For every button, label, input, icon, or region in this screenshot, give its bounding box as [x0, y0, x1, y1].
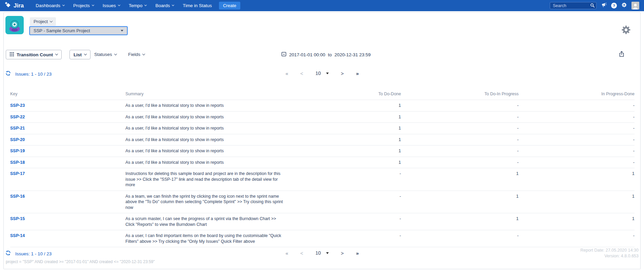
export-icon[interactable]	[619, 51, 624, 58]
issue-key-link[interactable]: SSP-21	[10, 125, 125, 131]
report-version: Version: 4.8.0.653	[580, 253, 639, 259]
nav-item-projects[interactable]: Projects	[69, 0, 98, 11]
project-scope-button[interactable]: Project	[30, 17, 56, 26]
select-arrow-icon	[326, 252, 329, 254]
col-header-key: Key	[10, 92, 125, 96]
grid-icon	[10, 52, 14, 57]
transition-count-value: -	[401, 125, 519, 131]
nav-item-boards[interactable]: Boards	[151, 0, 178, 11]
transition-count-value: 1	[286, 103, 401, 109]
first-page-button[interactable]: «	[285, 251, 288, 256]
help-icon[interactable]: ?	[611, 3, 617, 8]
settings-gear-icon[interactable]	[621, 25, 631, 36]
issue-key-link[interactable]: SSP-15	[10, 216, 125, 222]
project-avatar[interactable]	[5, 16, 24, 34]
transition-count-table: Key Summary To Do-Done To Do-In Progress…	[10, 91, 635, 247]
chevron-down-icon	[55, 53, 58, 55]
transition-count-value: -	[519, 137, 635, 143]
prev-page-button[interactable]: <	[300, 251, 303, 256]
transition-count-value: 1	[401, 216, 519, 222]
issue-key-link[interactable]: SSP-16	[10, 194, 125, 199]
issue-key-link[interactable]: SSP-23	[10, 103, 125, 109]
announcement-icon[interactable]	[601, 2, 607, 9]
transition-count-value: -	[286, 233, 401, 239]
table-row: SSP-20As a user, I'd like a historical s…	[10, 134, 635, 146]
page-size-select[interactable]: 10	[315, 71, 328, 76]
statuses-dropdown[interactable]: Statuses	[94, 52, 117, 57]
report-type-button[interactable]: Transition Count	[6, 50, 62, 59]
issue-summary: As a user, I'd like a historical story t…	[125, 114, 285, 120]
nav-item-time-in-status[interactable]: Time in Status	[178, 0, 216, 11]
table-header: Key Summary To Do-Done To Do-In Progress…	[10, 91, 635, 100]
nav-right-group: ?	[550, 2, 639, 9]
issue-summary: As a user, I'd like a historical story t…	[125, 137, 285, 143]
jira-mark-icon	[5, 2, 12, 10]
issue-summary: As a user, I'd like a historical story t…	[125, 103, 285, 109]
transition-count-value: -	[519, 125, 635, 131]
first-page-button[interactable]: «	[285, 71, 288, 76]
project-select[interactable]: SSP - Sample Scrum Project	[30, 27, 127, 35]
nav-item-tempo[interactable]: Tempo	[124, 0, 151, 11]
last-page-button[interactable]: »	[356, 71, 358, 76]
issue-key-link[interactable]: SSP-17	[10, 171, 125, 177]
issue-summary: As a user, I'd like a historical story t…	[125, 148, 285, 154]
fields-dropdown[interactable]: Fields	[128, 52, 145, 57]
date-from[interactable]: 2017-01-01 00:00	[289, 52, 325, 57]
transition-count-value: -	[519, 103, 635, 109]
chevron-down-icon	[142, 52, 145, 55]
page-size-select[interactable]: 10	[315, 250, 328, 256]
issue-key-link[interactable]: SSP-18	[10, 160, 125, 165]
chevron-down-icon	[172, 4, 174, 6]
transition-count-value: -	[401, 137, 519, 143]
transition-count-value: -	[401, 233, 519, 239]
issue-key-link[interactable]: SSP-22	[10, 114, 125, 120]
prev-page-button[interactable]: <	[300, 71, 303, 76]
date-to[interactable]: 2020-12-31 23:59	[335, 52, 371, 57]
transition-count-value: 1	[286, 125, 401, 131]
chevron-down-icon	[118, 4, 120, 6]
col-header-todo-inprogress: To Do-In Progress	[401, 92, 519, 96]
chevron-down-icon	[50, 19, 53, 22]
jira-logo[interactable]: Jira	[5, 2, 24, 10]
transition-count-value: 1	[286, 148, 401, 154]
next-page-button[interactable]: >	[341, 251, 344, 256]
table-row: SSP-17Instructions for deleting this sam…	[10, 168, 635, 191]
transition-count-value: -	[401, 148, 519, 154]
search-wrap	[550, 2, 597, 9]
nav-settings-icon[interactable]	[621, 2, 627, 9]
issue-summary: As a user, I can find important items on…	[125, 233, 285, 244]
transition-count-value: -	[286, 171, 401, 177]
table-row: SSP-23As a user, I'd like a historical s…	[10, 100, 635, 112]
issue-key-link[interactable]: SSP-20	[10, 137, 125, 143]
nav-item-dashboards[interactable]: Dashboards	[31, 0, 69, 11]
transition-count-value: -	[519, 160, 635, 165]
jql-query-text: project = "SSP" AND created >= "2017-01-…	[6, 259, 155, 264]
transition-count-value: 1	[401, 171, 519, 177]
table-row: SSP-19As a user, I'd like a historical s…	[10, 145, 635, 157]
transition-count-value: -	[401, 160, 519, 165]
calendar-icon[interactable]	[281, 52, 286, 58]
next-page-button[interactable]: >	[341, 71, 344, 76]
chevron-down-icon	[92, 4, 94, 6]
view-type-button[interactable]: List	[69, 50, 90, 59]
user-avatar[interactable]	[631, 2, 639, 9]
create-button[interactable]: Create	[219, 2, 240, 9]
issue-key-link[interactable]: SSP-14	[10, 233, 125, 239]
search-input[interactable]	[550, 2, 597, 9]
search-icon[interactable]	[590, 3, 595, 9]
transition-count-value: -	[286, 216, 401, 222]
table-row: SSP-14As a user, I can find important it…	[10, 230, 635, 247]
nav-item-issues[interactable]: Issues	[98, 0, 124, 11]
last-page-button[interactable]: »	[356, 251, 358, 256]
transition-count-value: 1	[519, 194, 635, 199]
transition-count-value: -	[286, 194, 401, 199]
col-header-todo-done: To Do-Done	[286, 92, 401, 96]
top-nav: Jira Dashboards Projects Issues Tempo Bo…	[0, 0, 644, 11]
transition-count-value: 1	[519, 171, 635, 177]
table-row: SSP-22As a user, I'd like a historical s…	[10, 112, 635, 123]
chevron-down-icon	[144, 4, 147, 6]
issue-key-link[interactable]: SSP-19	[10, 148, 125, 154]
date-range: 2017-01-01 00:00 to 2020-12-31 23:59	[281, 52, 370, 58]
table-row: SSP-18As a user, I'd like a historical s…	[10, 157, 635, 169]
transition-count-value: 1	[401, 194, 519, 199]
